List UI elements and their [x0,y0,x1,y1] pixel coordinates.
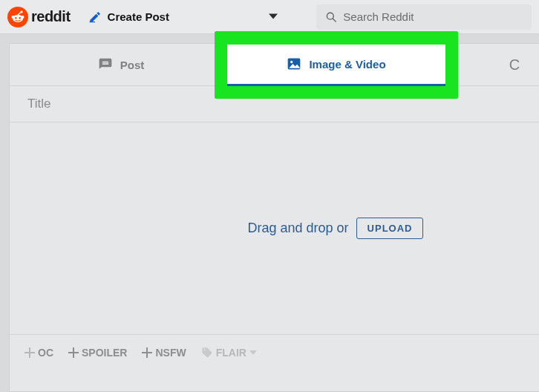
tab-image-video-label-hl: Image & Video [309,58,385,71]
svg-point-1 [12,16,15,19]
tag-icon [201,347,213,359]
create-post-button[interactable]: Create Post [88,10,169,24]
image-icon [287,56,301,71]
svg-rect-6 [89,22,95,22]
flair-flag-label: FLAIR [216,347,246,359]
post-flags-row: OC SPOILER NSFW FLAIR [10,335,539,370]
tab-image-video-highlighted[interactable]: Image & Video [227,45,445,86]
media-dropzone[interactable]: Drag and drop or UPLOAD [10,122,539,335]
title-placeholder: Title [27,97,51,111]
top-bar: reddit Create Post [0,0,539,34]
oc-flag-label: OC [38,347,53,359]
svg-line-8 [333,19,336,22]
search-icon [325,10,337,24]
tab-post-label: Post [120,59,145,71]
search-input[interactable] [343,10,523,23]
tab-post[interactable]: Post [10,44,232,85]
svg-point-4 [15,17,16,19]
caret-down-icon [269,12,278,21]
plus-icon [24,347,35,358]
text-post-icon [98,57,113,72]
svg-point-5 [19,17,21,19]
create-post-label: Create Post [108,10,169,23]
oc-flag-button[interactable]: OC [24,347,53,359]
pencil-icon [88,10,102,24]
upload-button[interactable]: UPLOAD [356,218,424,239]
tab-link-glyph: C [509,56,520,74]
tutorial-highlight: Image & Video [215,31,458,99]
flair-flag-button[interactable]: FLAIR [201,347,257,359]
svg-point-2 [22,16,24,19]
reddit-snoo-icon [7,7,28,27]
nsfw-flag-button[interactable]: NSFW [142,347,186,359]
community-selector-caret[interactable] [269,10,278,24]
spoiler-flag-button[interactable]: SPOILER [68,347,127,359]
tab-link[interactable]: C [455,44,539,85]
dropzone-text: Drag and drop or [248,220,349,236]
reddit-wordmark: reddit [31,8,71,25]
reddit-logo[interactable]: reddit [7,7,71,27]
search-bar[interactable] [316,4,532,30]
caret-down-icon [249,349,257,356]
plus-icon [68,347,79,358]
spoiler-flag-label: SPOILER [82,347,127,359]
svg-point-10 [290,61,293,63]
nsfw-flag-label: NSFW [155,347,186,359]
plus-icon [142,347,152,358]
